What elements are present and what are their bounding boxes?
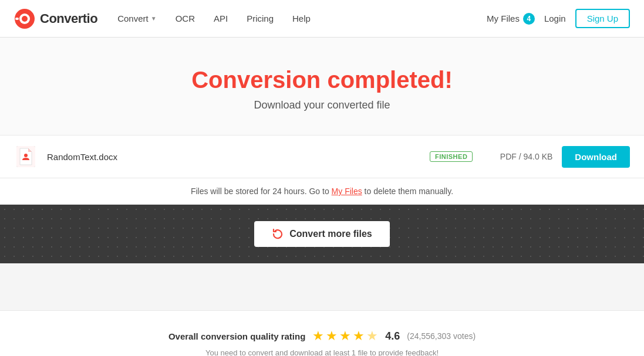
star-3: ★ [339,328,351,344]
svg-point-7 [24,154,28,157]
star-2: ★ [326,328,338,344]
file-size: PDF / 94.0 KB [482,152,552,161]
star-4: ★ [353,328,365,344]
status-badge: FINISHED [430,151,473,162]
nav-right: My Files 4 Login Sign Up [487,9,630,28]
rating-votes: (24,556,303 votes) [407,331,476,341]
file-name: RandomText.docx [47,152,141,162]
stars: ★ ★ ★ ★ ★ [312,328,378,344]
signup-button[interactable]: Sign Up [575,9,630,28]
logo[interactable]: Convertio [14,8,97,29]
login-link[interactable]: Login [544,13,566,23]
info-message-end: to delete them manually. [365,187,454,196]
my-files-badge: 4 [523,13,535,25]
nav-convert[interactable]: Convert ▼ [109,9,164,28]
star-1: ★ [312,328,324,344]
nav-api[interactable]: API [205,9,236,28]
spacer-section [0,263,644,310]
logo-icon [14,8,35,29]
navbar: Convertio Convert ▼ OCR API Pricing Help… [0,0,644,38]
rating-score: 4.6 [385,330,400,343]
my-files-info-link[interactable]: My Files [332,187,362,196]
logo-text: Convertio [40,11,97,26]
nav-pricing[interactable]: Pricing [238,9,282,28]
my-files-link[interactable]: My Files 4 [487,13,535,25]
star-half: ★ [366,328,378,344]
rating-section: Overall conversion quality rating ★ ★ ★ … [0,310,644,356]
rating-row: Overall conversion quality rating ★ ★ ★ … [14,328,630,344]
svg-rect-3 [15,18,19,20]
hero-title: Conversion completed! [0,67,644,93]
nav-links: Convert ▼ OCR API Pricing Help [109,9,487,28]
rating-note: You need to convert and download at leas… [14,348,630,356]
rating-label: Overall conversion quality rating [168,331,305,341]
info-message: Files will be stored for 24 hours. Go to [191,187,329,196]
pdf-file-icon: PDF [16,146,35,167]
hero-subtitle: Download your converted file [0,99,644,111]
convert-more-label: Convert more files [289,229,372,239]
file-row: PDF RandomText.docx FINISHED PDF / 94.0 … [0,135,644,178]
svg-point-2 [22,16,28,22]
nav-ocr[interactable]: OCR [167,9,203,28]
file-icon-wrap: PDF [14,145,38,168]
nav-help[interactable]: Help [284,9,319,28]
convert-more-button[interactable]: Convert more files [254,221,389,247]
convert-more-section: Convert more files [0,205,644,263]
file-section: PDF RandomText.docx FINISHED PDF / 94.0 … [0,135,644,178]
chevron-down-icon: ▼ [151,15,157,22]
info-bar: Files will be stored for 24 hours. Go to… [0,178,644,205]
hero-section: Conversion completed! Download your conv… [0,38,644,135]
refresh-icon [272,228,284,240]
download-button[interactable]: Download [562,146,630,168]
